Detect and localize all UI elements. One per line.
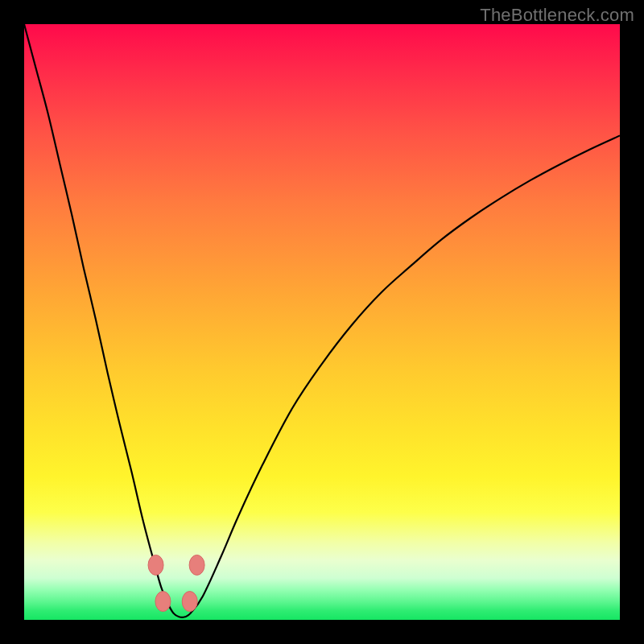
marker-group xyxy=(148,555,204,611)
watermark-text: TheBottleneck.com xyxy=(480,5,634,26)
marker-right-upper xyxy=(189,555,204,575)
bottleneck-curve-path xyxy=(24,24,620,617)
marker-right-lower xyxy=(182,592,197,612)
plot-area xyxy=(24,24,620,620)
marker-left-lower xyxy=(155,592,171,612)
curve-svg xyxy=(24,24,620,620)
marker-left-upper xyxy=(148,555,163,575)
outer-frame: TheBottleneck.com xyxy=(0,0,644,644)
